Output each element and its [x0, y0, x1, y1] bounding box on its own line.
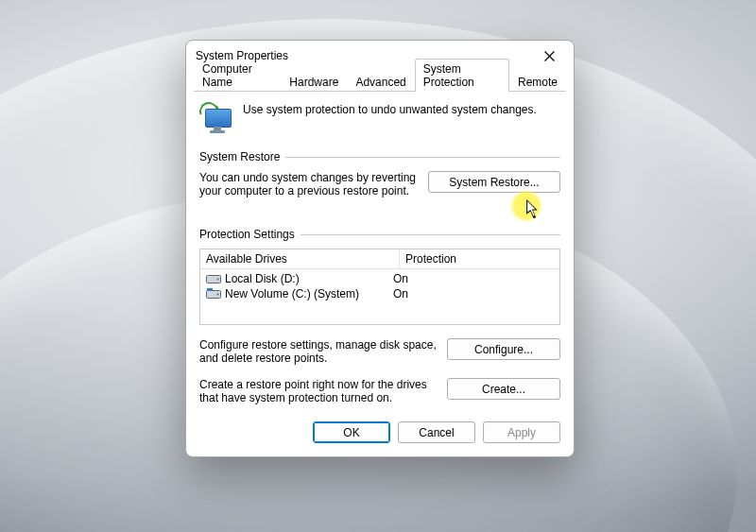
system-restore-group: System Restore You can undo system chang…	[199, 150, 560, 197]
svg-point-6	[217, 294, 219, 296]
tab-system-protection[interactable]: System Protection	[415, 59, 509, 93]
configure-button[interactable]: Configure...	[447, 338, 560, 360]
cancel-button[interactable]: Cancel	[398, 421, 475, 443]
col-available-drives[interactable]: Available Drives	[200, 249, 400, 268]
create-description: Create a restore point right now for the…	[199, 378, 439, 404]
dialog-footer: OK Cancel Apply	[186, 412, 574, 456]
tab-computer-name[interactable]: Computer Name	[194, 59, 281, 92]
apply-button[interactable]: Apply	[483, 421, 560, 443]
drive-name: Local Disk (D:)	[225, 272, 300, 285]
desktop-wallpaper: System Properties Computer Name Hardware…	[0, 0, 756, 532]
svg-point-3	[217, 279, 219, 281]
ok-button[interactable]: OK	[313, 421, 390, 443]
drives-table[interactable]: Available Drives Protection Local Disk (…	[199, 249, 560, 325]
col-protection[interactable]: Protection	[400, 249, 559, 268]
tab-hardware[interactable]: Hardware	[281, 72, 347, 92]
drive-name: New Volume (C:) (System)	[225, 287, 359, 300]
create-button[interactable]: Create...	[447, 378, 560, 400]
protection-settings-heading: Protection Settings	[199, 228, 295, 241]
tab-advanced[interactable]: Advanced	[347, 72, 414, 92]
drive-icon	[206, 273, 221, 284]
tab-content: Use system protection to undo unwanted s…	[186, 92, 574, 412]
protection-settings-group: Protection Settings Available Drives Pro…	[199, 228, 560, 404]
system-restore-description: You can undo system changes by reverting…	[199, 171, 421, 197]
close-icon	[544, 51, 555, 61]
svg-rect-5	[207, 288, 213, 291]
drives-table-header: Available Drives Protection	[200, 249, 559, 269]
system-protection-icon	[201, 103, 233, 133]
tab-row: Computer Name Hardware Advanced System P…	[186, 71, 574, 92]
intro-text: Use system protection to undo unwanted s…	[243, 103, 537, 116]
close-button[interactable]	[530, 43, 568, 69]
configure-description: Configure restore settings, manage disk …	[199, 338, 439, 365]
drive-protection: On	[387, 287, 559, 300]
system-restore-button[interactable]: System Restore...	[428, 171, 560, 193]
system-restore-heading: System Restore	[199, 150, 280, 163]
drive-protection: On	[387, 272, 559, 285]
drive-icon	[206, 288, 221, 300]
table-row[interactable]: New Volume (C:) (System) On	[200, 286, 559, 301]
tab-remote[interactable]: Remote	[509, 72, 566, 92]
system-properties-dialog: System Properties Computer Name Hardware…	[185, 40, 575, 457]
table-row[interactable]: Local Disk (D:) On	[200, 271, 559, 286]
